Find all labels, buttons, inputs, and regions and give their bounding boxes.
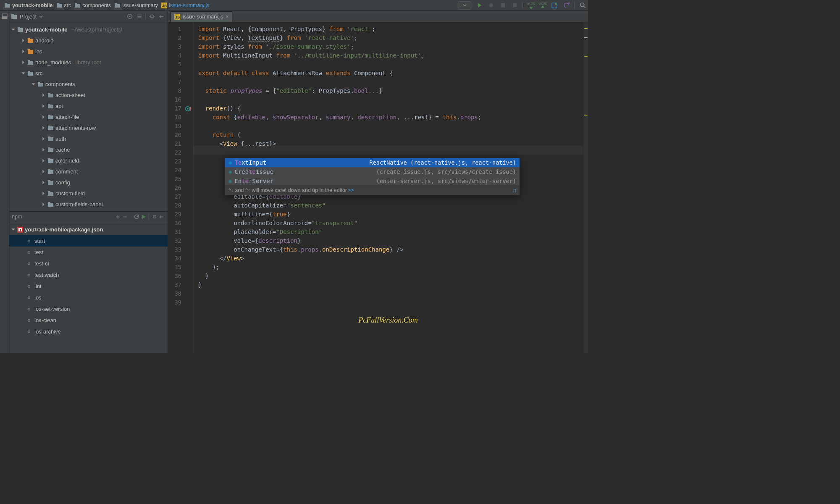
tree-folder[interactable]: action-sheet <box>9 89 168 100</box>
bullet-icon <box>28 240 30 242</box>
stop-button[interactable] <box>511 2 518 9</box>
tree-folder[interactable]: android <box>9 35 168 46</box>
npm-refresh-button[interactable] <box>133 213 140 220</box>
completion-item[interactable]: ⚛EnterServer(enter-server.js, src/views/… <box>225 176 520 186</box>
npm-script[interactable]: ios-archive <box>9 326 168 337</box>
breadcrumb-item[interactable]: JSissue-summary.js <box>160 2 210 9</box>
svg-rect-52 <box>48 180 50 181</box>
svg-rect-60 <box>20 229 21 231</box>
project-panel-title[interactable]: Project <box>11 13 123 20</box>
bullet-icon <box>28 274 30 276</box>
tree-folder[interactable]: api <box>9 100 168 111</box>
editor-minimap[interactable] <box>583 22 588 353</box>
breadcrumb-item[interactable]: issue-summary <box>113 2 159 9</box>
tree-folder[interactable]: comment <box>9 166 168 177</box>
tree-folder[interactable]: auth <box>9 133 168 144</box>
completion-hint: ^↓ and ^↑ will move caret down and up in… <box>225 186 520 195</box>
tree-folder[interactable]: components <box>9 79 168 89</box>
svg-rect-48 <box>48 158 50 160</box>
scroll-to-source-button[interactable] <box>126 13 133 20</box>
svg-rect-31 <box>28 72 33 76</box>
coverage-button[interactable] <box>499 2 507 9</box>
vcs-commit-button[interactable]: VCS <box>539 2 546 9</box>
svg-rect-12 <box>513 3 517 7</box>
watermark-text: PcFullVersion.Com <box>193 316 583 325</box>
editor-tab[interactable]: JS issue-summary.js × <box>171 11 232 22</box>
tree-folder[interactable]: attachments-row <box>9 122 168 133</box>
save-button[interactable] <box>551 2 558 9</box>
vcs-update-button[interactable]: VCS <box>527 2 535 9</box>
bullet-icon <box>28 297 30 299</box>
completion-item[interactable]: ⚛TextInputReactNative (react-native.js, … <box>225 158 520 167</box>
npm-script[interactable]: ios-clean <box>9 315 168 326</box>
tree-folder[interactable]: node_moduleslibrary root <box>9 57 168 68</box>
settings-button[interactable] <box>148 13 155 20</box>
svg-rect-32 <box>28 71 30 72</box>
svg-rect-33 <box>38 83 43 87</box>
bullet-icon <box>28 285 30 288</box>
npm-settings-button[interactable] <box>151 213 158 220</box>
search-everywhere-button[interactable] <box>579 2 586 9</box>
toolbar-right: VCS VCS <box>458 1 586 10</box>
run-button[interactable] <box>475 2 483 9</box>
debug-button[interactable] <box>487 2 495 9</box>
svg-rect-49 <box>48 170 53 174</box>
hide-panel-button[interactable] <box>158 13 165 20</box>
tree-folder[interactable]: custom-field <box>9 188 168 199</box>
tree-folder[interactable]: src <box>9 68 168 79</box>
collapse-all-button[interactable] <box>136 13 143 20</box>
svg-rect-41 <box>48 126 53 130</box>
bullet-icon <box>28 331 30 333</box>
svg-rect-38 <box>48 104 50 105</box>
tree-folder[interactable]: custom-fields-panel <box>9 199 168 210</box>
react-icon: ⚛ <box>228 168 232 176</box>
svg-rect-23 <box>18 28 23 32</box>
breadcrumb-item[interactable]: components <box>74 2 112 9</box>
npm-script[interactable]: test <box>9 247 168 258</box>
npm-run-highlighted-button[interactable] <box>140 213 147 220</box>
override-gutter-icon[interactable] <box>185 105 193 114</box>
svg-rect-30 <box>28 60 30 61</box>
npm-hide-button[interactable] <box>158 213 165 220</box>
svg-rect-7 <box>115 3 117 4</box>
restore-panel-icon[interactable] <box>2 13 8 19</box>
tree-folder[interactable]: cache <box>9 144 168 155</box>
npm-script[interactable]: ios <box>9 292 168 303</box>
code-editor[interactable]: 1234567816171819202122232425262728293031… <box>168 22 588 353</box>
left-toolwindow-gutter <box>0 11 9 353</box>
tree-folder[interactable]: config <box>9 177 168 188</box>
completion-hint-link[interactable]: >> <box>348 186 354 195</box>
npm-script[interactable]: lint <box>9 281 168 292</box>
npm-script[interactable]: start <box>9 235 168 247</box>
svg-rect-35 <box>48 94 53 97</box>
undo-button[interactable] <box>562 2 570 9</box>
svg-rect-44 <box>48 136 50 138</box>
tree-folder[interactable]: ios <box>9 46 168 57</box>
svg-rect-5 <box>75 3 77 4</box>
npm-script[interactable]: test-ci <box>9 258 168 269</box>
bullet-icon <box>28 319 30 322</box>
dropdown-button[interactable] <box>458 1 471 10</box>
svg-rect-1 <box>5 3 7 4</box>
npm-root[interactable]: youtrack-mobile/package.json <box>9 224 168 235</box>
breadcrumb-item[interactable]: youtrack-mobile <box>3 2 54 9</box>
npm-remove-button[interactable] <box>121 213 129 220</box>
project-root[interactable]: youtrack-mobile~/WebstormProjects/ <box>9 24 168 35</box>
svg-rect-46 <box>48 147 50 149</box>
bullet-icon <box>28 262 30 265</box>
npm-script[interactable]: test:watch <box>9 269 168 281</box>
svg-rect-40 <box>48 115 50 116</box>
svg-rect-3 <box>57 3 59 4</box>
breadcrumb-item[interactable]: src <box>55 2 72 9</box>
svg-rect-24 <box>18 27 20 29</box>
svg-rect-39 <box>48 116 53 119</box>
completion-item[interactable]: ⚛CreateIssue(create-issue.js, src/views/… <box>225 167 520 176</box>
close-tab-icon[interactable]: × <box>226 14 228 20</box>
npm-script[interactable]: ios-set-version <box>9 303 168 315</box>
npm-panel-title: npm <box>12 214 22 220</box>
npm-add-button[interactable] <box>114 213 121 220</box>
svg-rect-27 <box>28 50 33 54</box>
tree-folder[interactable]: color-field <box>9 155 168 166</box>
tree-folder[interactable]: attach-file <box>9 111 168 122</box>
svg-rect-37 <box>48 105 53 108</box>
